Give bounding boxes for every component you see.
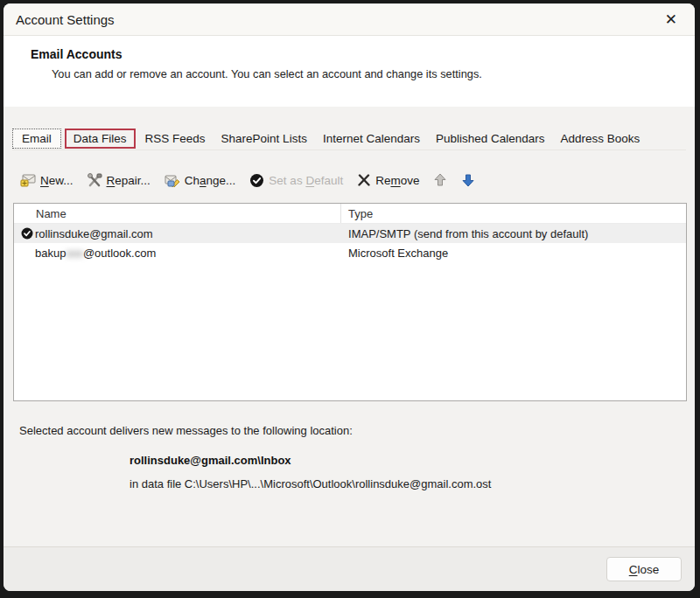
- section-title: Email Accounts: [31, 47, 695, 61]
- close-button[interactable]: Close: [606, 557, 682, 581]
- account-settings-dialog: Account Settings ✕ Email Accounts You ca…: [4, 3, 695, 591]
- remove-button[interactable]: Remove: [357, 174, 419, 187]
- change-icon: [164, 174, 180, 187]
- section-description: You can add or remove an account. You ca…: [52, 67, 695, 80]
- set-as-default-button[interactable]: Set as Default: [249, 173, 343, 188]
- accounts-table: Name Type rollinsduke@gmail.com IMAP/S: [13, 203, 687, 401]
- title-bar: Account Settings ✕: [4, 3, 695, 36]
- account-name: rollinsduke@gmail.com: [35, 227, 153, 240]
- delivery-location-value: rollinsduke@gmail.com\Inbox: [130, 454, 695, 467]
- column-header-name[interactable]: Name: [14, 204, 341, 223]
- account-name: bakupxxx@outlook.com: [35, 247, 156, 260]
- tab-sharepoint-lists[interactable]: SharePoint Lists: [214, 129, 315, 149]
- data-file-path: in data file C:\Users\HP\...\Microsoft\O…: [130, 477, 695, 490]
- repair-button[interactable]: Repair...: [88, 173, 150, 187]
- repair-icon: [88, 173, 102, 187]
- move-down-icon[interactable]: [461, 173, 475, 187]
- delivery-location-label: Selected account delivers new messages t…: [19, 424, 695, 437]
- dialog-footer: Close: [4, 546, 695, 591]
- tab-strip: Email Data Files RSS Feeds SharePoint Li…: [12, 129, 686, 150]
- window-title: Account Settings: [16, 12, 115, 27]
- change-button[interactable]: Change...: [164, 174, 236, 187]
- table-row[interactable]: rollinsduke@gmail.com IMAP/SMTP (send fr…: [14, 224, 686, 243]
- account-type: Microsoft Exchange: [341, 247, 686, 260]
- accounts-toolbar: New... Repair...: [20, 169, 695, 191]
- default-account-check-icon: [19, 227, 35, 240]
- tab-email[interactable]: Email: [12, 129, 61, 149]
- dialog-header: Email Accounts You can add or remove an …: [4, 36, 695, 107]
- screen: Account Settings ✕ Email Accounts You ca…: [0, 0, 700, 598]
- table-header: Name Type: [14, 204, 686, 224]
- move-up-icon[interactable]: [433, 173, 447, 187]
- set-default-icon: [249, 173, 264, 188]
- tab-rss-feeds[interactable]: RSS Feeds: [137, 129, 214, 149]
- column-header-type[interactable]: Type: [341, 204, 686, 223]
- redacted-text: xxx: [66, 247, 83, 260]
- table-row[interactable]: bakupxxx@outlook.com Microsoft Exchange: [14, 243, 686, 262]
- tab-data-files[interactable]: Data Files: [65, 129, 136, 149]
- new-button[interactable]: New...: [20, 174, 74, 187]
- tab-published-calendars[interactable]: Published Calendars: [428, 129, 553, 149]
- dialog-body: Email Data Files RSS Feeds SharePoint Li…: [4, 107, 695, 546]
- new-account-icon: [20, 174, 36, 187]
- account-type: IMAP/SMTP (send from this account by def…: [341, 227, 686, 240]
- close-icon[interactable]: ✕: [662, 10, 681, 29]
- remove-icon: [357, 174, 371, 186]
- tab-address-books[interactable]: Address Books: [553, 129, 648, 149]
- tab-internet-calendars[interactable]: Internet Calendars: [315, 129, 428, 149]
